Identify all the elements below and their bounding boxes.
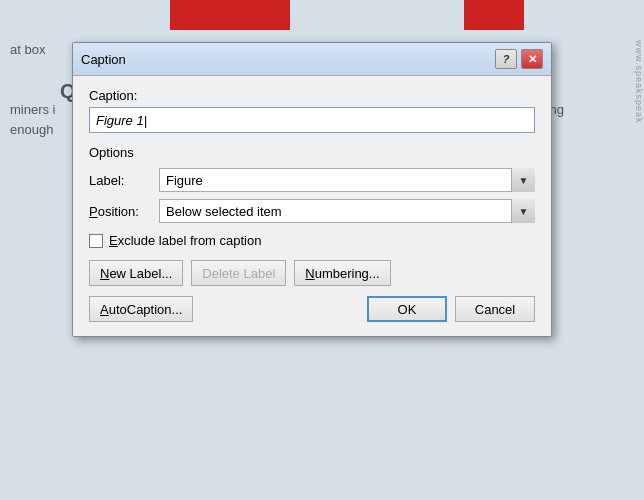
button-row-2: AutoCaption... OK Cancel <box>89 296 535 322</box>
label-option-label: Label: <box>89 173 159 188</box>
help-button[interactable]: ? <box>495 49 517 69</box>
dialog-content: Caption: Options Label: Figure Equation … <box>73 76 551 336</box>
position-select-wrapper: Below selected item Above selected item … <box>159 199 535 223</box>
titlebar-buttons: ? ✕ <box>495 49 543 69</box>
exclude-label-checkbox[interactable] <box>89 234 103 248</box>
new-label-button[interactable]: New Label... <box>89 260 183 286</box>
label-option-row: Label: Figure Equation Table ▼ <box>89 168 535 192</box>
close-button[interactable]: ✕ <box>521 49 543 69</box>
dialog-titlebar: Caption ? ✕ <box>73 43 551 76</box>
dialog-backdrop: Caption ? ✕ Caption: Options Label: <box>0 0 644 500</box>
exclude-label-text: Exclude label from caption <box>109 233 261 248</box>
position-option-label: Position: <box>89 204 159 219</box>
caption-input[interactable] <box>89 107 535 133</box>
caption-dialog: Caption ? ✕ Caption: Options Label: <box>72 42 552 337</box>
options-section: Options Label: Figure Equation Table ▼ <box>89 145 535 223</box>
position-select[interactable]: Below selected item Above selected item <box>159 199 535 223</box>
numbering-button[interactable]: Numbering... <box>294 260 390 286</box>
dialog-title: Caption <box>81 52 126 67</box>
caption-label: Caption: <box>89 88 535 103</box>
cancel-button[interactable]: Cancel <box>455 296 535 322</box>
autocaption-button[interactable]: AutoCaption... <box>89 296 193 322</box>
label-select[interactable]: Figure Equation Table <box>159 168 535 192</box>
ok-button[interactable]: OK <box>367 296 447 322</box>
button-row-1: New Label... Delete Label Numbering... <box>89 260 535 286</box>
label-select-wrapper: Figure Equation Table ▼ <box>159 168 535 192</box>
options-title: Options <box>89 145 535 160</box>
exclude-label-row[interactable]: Exclude label from caption <box>89 233 535 248</box>
position-option-row: Position: Below selected item Above sele… <box>89 199 535 223</box>
delete-label-button[interactable]: Delete Label <box>191 260 286 286</box>
